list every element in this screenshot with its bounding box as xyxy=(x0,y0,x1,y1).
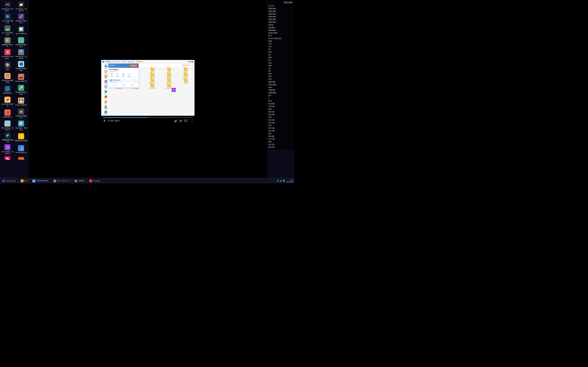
open-vip-button[interactable]: 开通超级会员 xyxy=(130,65,137,67)
desktop-icon-0[interactable]: 🎮CINEBENCH Windows... xyxy=(1,1,14,13)
sidebar-music[interactable]: 🎵 音乐 xyxy=(102,90,110,95)
desktop-icon-15[interactable]: 🔑开始游戏·快捷方式(9) xyxy=(14,84,28,96)
desktop-icon-17[interactable]: 💾Ryujinx·快捷方式 xyxy=(14,96,28,108)
feature-storage: S 5T空间 xyxy=(109,73,114,77)
taskbar-hint[interactable]: 💡 提示 xyxy=(19,179,29,183)
feature-speed: ↓ 极速下载 xyxy=(115,73,120,77)
desktop-icon-9[interactable]: 📦RuneFactor... 快捷方式 xyxy=(14,48,28,60)
desktop-icon-img-26: 📡 xyxy=(4,156,10,160)
desktop-icon-img-27: 🎬 xyxy=(18,157,24,160)
taskbar-aa64[interactable]: A AA64 Extreme xyxy=(1,179,17,183)
desktop-icon-label-14: 动弹快捷方式 xyxy=(3,92,12,94)
folder-name-8: 白色泡沫[2021] xyxy=(166,77,172,78)
desktop-icon-4[interactable]: 💻cpux_x64·快捷方式(2) xyxy=(1,25,14,36)
feature-more[interactable]: … 查看更多 xyxy=(127,73,132,77)
desktop-icon-3[interactable]: 🚀开始游戏·快捷方式(7) xyxy=(14,13,28,25)
search-btn[interactable]: 🔍 xyxy=(192,65,194,66)
minimize-btn[interactable] xyxy=(187,61,189,63)
desktop-icon-14[interactable]: 🌐动弹快捷方式 xyxy=(1,84,14,96)
sidebar-sync[interactable]: 🔄 同赛 xyxy=(102,115,110,116)
sysmon-row-3: 4450 MHz xyxy=(268,16,293,18)
sysmon-row-32: 153 xyxy=(268,94,293,97)
sysmon-val-35: 50.8 GB xyxy=(268,102,275,105)
pause-button[interactable]: ⏸ xyxy=(103,119,106,122)
desktop-icon-22[interactable]: ⚡机械模拟器 快捷方式 xyxy=(1,132,14,143)
volume-button[interactable]: 🔊 xyxy=(174,119,177,123)
sysmon-row-10: 54:3 xyxy=(268,34,293,37)
folder-item-3[interactable]: 极清倍速 xyxy=(161,68,177,73)
nav-open-vip: 开通超级会员 xyxy=(136,61,143,63)
sysmon-val-1: 3560 MHz xyxy=(268,10,276,13)
close-btn[interactable] xyxy=(192,61,193,63)
sidebar-seed[interactable]: 🌱 种子 xyxy=(102,95,110,100)
folder-item-13[interactable]: 来自：GT-I9300 xyxy=(161,79,177,83)
switch-account-btn[interactable]: 切换帐号 xyxy=(131,85,134,86)
folder-item-8[interactable]: 白色泡沫[2021] xyxy=(161,73,177,78)
desktop-icon-26[interactable]: 📡横式工厂 快捷方式 xyxy=(1,155,14,160)
folder-item-2[interactable]: 极速下载 xyxy=(145,68,161,73)
taskbar-recording[interactable]: 🔴 Recording... xyxy=(88,179,103,183)
video-close-button[interactable]: ✕ xyxy=(172,88,176,92)
desktop-icon-img-15: 🔑 xyxy=(18,85,24,91)
screen-record-icon: ⏺ xyxy=(74,179,78,183)
desktop-icon-5[interactable]: 📊epcs1·快捷方式 xyxy=(14,25,28,36)
sysmon-row-48: 17.9 GB xyxy=(268,138,293,141)
sidebar-recycle[interactable]: 🗑 隐藏空间 xyxy=(102,105,110,110)
folder-item-17[interactable]: 来自：LG-LU6200 xyxy=(145,84,161,89)
sysmon-row-7: 100 MHz xyxy=(268,26,293,29)
help-center-btn[interactable]: 帮助中心 xyxy=(122,85,125,86)
desktop-icon-7[interactable]: 🔧开始游戏·快捷方式(7) xyxy=(14,36,28,48)
sysmon-time-val: 9:13:39 xyxy=(268,5,274,7)
sysmon-row-6: 35.60x xyxy=(268,24,293,26)
desktop-icon-23[interactable]: 🌟蜘蛛游戏社加速器 xyxy=(14,132,28,143)
desktop-icon-11[interactable]: 🔵开始游戏·快捷方式(8) xyxy=(14,60,28,72)
maximize-btn[interactable] xyxy=(190,61,191,63)
sysmon-val-11: 16-16-16-36 CR1 xyxy=(268,37,281,40)
desktop-icon-2[interactable]: ⚙ZenTimings 快捷方式 xyxy=(1,13,14,25)
settings-button[interactable]: ⚙ xyxy=(180,119,182,123)
folder-icon-4 xyxy=(184,68,188,71)
desktop-icon-25[interactable]: 🎭sow3D·快捷方式 xyxy=(14,143,28,155)
folder-item-12[interactable]: 网络盘 借款买个... xyxy=(145,79,161,83)
sidebar-collection[interactable]: — 其在 xyxy=(102,100,110,105)
sysmon-row-41: 35.0 GB xyxy=(268,119,293,121)
sysmon-row-18: 33% xyxy=(268,56,293,59)
desktop-icon-16[interactable]: 📌DNFDUEL·快捷方式 xyxy=(1,96,14,108)
folder-icon-8 xyxy=(167,73,171,77)
sysmon-time: 9:13:39 xyxy=(268,5,293,7)
desktop-icon-10[interactable]: 🎨桌面 xyxy=(1,60,14,72)
desktop-icon-6[interactable]: 🎯超级网盘 快捷方式 xyxy=(1,36,14,48)
taskbar-screen-record[interactable]: ⏺ 屏幕录像 xyxy=(73,179,86,183)
sys-tray: 🌐 🔊 🔋 xyxy=(277,180,285,182)
sysmon-val-15: 3% xyxy=(268,48,271,51)
desktop-icon-8[interactable]: 🖥CrosshairDX Windows... xyxy=(1,48,14,60)
desktop-icon-13[interactable]: 📷Ryujinx·快捷方式 xyxy=(14,72,28,84)
enterprise-title: 百度网盘电视版 xyxy=(113,80,120,81)
desktop-icon-19[interactable]: 🎪开始游戏·快速键方式 xyxy=(14,108,28,120)
folder-item-4[interactable]: 查看更多 xyxy=(178,68,194,73)
folder-name-9: New！百度网盘电视版 xyxy=(182,77,189,78)
desktop-icon-20[interactable]: 📐thive-ending... 快捷方式 xyxy=(1,120,14,132)
desktop-icon-12[interactable]: 🎵DiskGeniue·快捷方式(2) xyxy=(1,72,14,84)
desktop-icon-1[interactable]: 📁PPSSPPW... 快捷方式 xyxy=(14,1,28,13)
folder-item-9[interactable]: New！百度网盘电视版 xyxy=(178,73,194,78)
desktop-icon-24[interactable]: 🔮thive-ending... 快捷方式 xyxy=(1,143,14,155)
taskbar-zuohui[interactable]: 🖥 佐汇厂 X64 5.11.0 xyxy=(52,179,71,183)
popup-not-vip: 您还不是超级会员 xyxy=(109,69,138,70)
sysmon-row-45: 34.3 GB xyxy=(268,130,293,132)
desktop-icon-27[interactable]: 🎬快捷方式大王 xyxy=(14,155,28,160)
folder-item-14[interactable]: 下雨时温柔 xyxy=(178,79,194,83)
progress-bar[interactable] xyxy=(103,117,193,118)
fullscreen-button[interactable]: ⛶ xyxy=(190,119,193,122)
folder-item-7[interactable]: 红网独栋三儿女... xyxy=(145,73,161,78)
personal-center-btn[interactable]: 个人中心 xyxy=(112,85,116,86)
captions-button[interactable]: CC xyxy=(184,119,188,122)
folder-icon-3 xyxy=(167,68,171,71)
popup-content: 您还不是超级会员 解锁超级会员这些神作 S 5T空间 ↓ 极速下载 xyxy=(108,68,138,87)
desktop-icon-21[interactable]: 🎲SDGunda... 快捷方式 xyxy=(14,120,28,132)
desktop-icon-18[interactable]: 🔴动弹快捷方式 xyxy=(1,108,14,120)
zuohui-icon: 🖥 xyxy=(53,179,56,183)
taskbar-baidu[interactable]: ☁ 欢迎使用百度网盘 xyxy=(31,179,50,183)
search-input[interactable] xyxy=(181,64,191,66)
sidebar-share[interactable]: ↗ 我的分享 xyxy=(102,110,110,115)
